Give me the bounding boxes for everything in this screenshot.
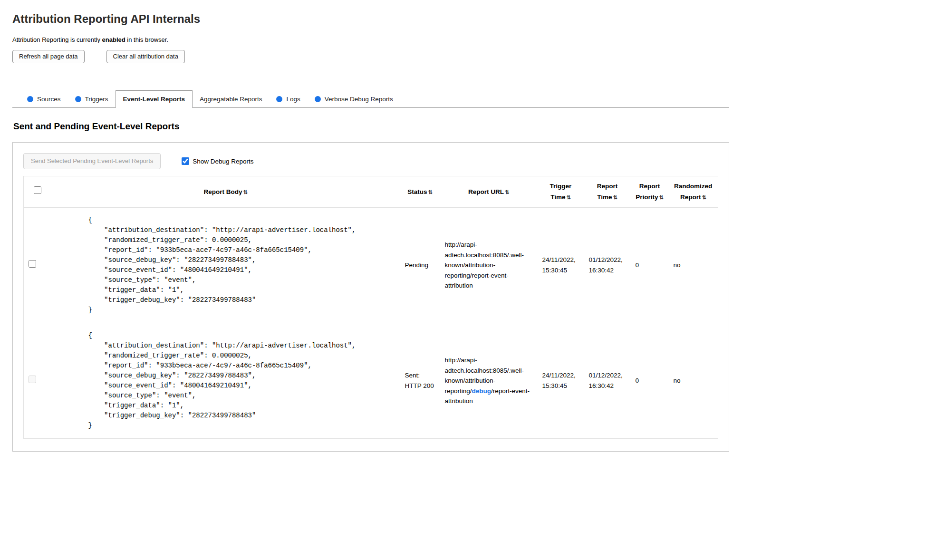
report-body-json: { "attribution_destination": "http://ara… [56, 215, 395, 315]
report-url-cell: http://arapi-adtech.localhost:8085/.well… [440, 323, 538, 438]
reports-panel: Send Selected Pending Event-Level Report… [12, 142, 729, 452]
status-enabled-text: enabled [102, 36, 125, 43]
refresh-all-button[interactable]: Refresh all page data [12, 50, 85, 63]
sort-icon: ⇅ [505, 189, 509, 195]
sort-icon: ⇅ [243, 189, 247, 195]
report-time-header[interactable]: Report Time⇅ [584, 176, 631, 208]
trigger-time-cell: 24/11/2022, 15:30:45 [538, 207, 584, 323]
blue-dot-icon [315, 96, 321, 102]
tab-logs[interactable]: Logs [269, 90, 307, 107]
tab-bar: Sources Triggers Event-Level Reports Agg… [12, 90, 729, 108]
tab-label: Logs [286, 96, 300, 103]
tab-label: Sources [37, 96, 61, 103]
report-body-cell: { "attribution_destination": "http://ara… [51, 323, 400, 438]
report-url-cell: http://arapi-adtech.localhost:8085/.well… [440, 207, 538, 323]
report-body-cell: { "attribution_destination": "http://ara… [51, 207, 400, 323]
row-select-cell [24, 207, 51, 323]
row-select-checkbox-disabled[interactable] [29, 376, 36, 383]
status-cell: Sent: HTTP 200 [400, 323, 440, 438]
page-root: Attribution Reporting API Internals Attr… [0, 0, 742, 471]
report-priority-cell: 0 [631, 207, 669, 323]
trigger-time-cell: 24/11/2022, 15:30:45 [538, 323, 584, 438]
status-cell: Pending [400, 207, 440, 323]
report-priority-cell: 0 [631, 323, 669, 438]
tab-label: Triggers [85, 96, 108, 103]
report-url-header[interactable]: Report URL⇅ [440, 176, 538, 208]
randomized-report-header[interactable]: Randomized Report⇅ [669, 176, 718, 208]
show-debug-reports-label: Show Debug Reports [193, 158, 253, 165]
status-header[interactable]: Status⇅ [400, 176, 440, 208]
report-url-text: http://arapi-adtech.localhost:8085/.well… [445, 241, 524, 289]
report-priority-header[interactable]: Report Priority⇅ [631, 176, 669, 208]
status-text-suffix: in this browser. [125, 36, 168, 43]
blue-dot-icon [27, 96, 33, 102]
report-time-cell: 01/12/2022, 16:30:42 [584, 207, 631, 323]
show-debug-reports-toggle[interactable]: Show Debug Reports [182, 157, 253, 165]
clear-all-button[interactable]: Clear all attribution data [106, 50, 185, 63]
tab-triggers[interactable]: Triggers [68, 90, 116, 107]
status-line: Attribution Reporting is currently enabl… [12, 36, 729, 43]
tab-aggregatable-reports[interactable]: Aggregatable Reports [193, 90, 269, 107]
section-heading: Sent and Pending Event-Level Reports [13, 121, 729, 132]
panel-toolbar: Send Selected Pending Event-Level Report… [23, 153, 718, 169]
randomized-report-cell: no [669, 323, 718, 438]
select-all-header [24, 176, 51, 208]
blue-dot-icon [75, 96, 81, 102]
event-level-reports-table: Report Body⇅ Status⇅ Report URL⇅ Trigger… [23, 176, 718, 439]
blue-dot-icon [276, 96, 282, 102]
sort-icon: ⇅ [659, 194, 664, 200]
sort-icon: ⇅ [567, 194, 571, 200]
tab-label: Verbose Debug Reports [325, 96, 393, 103]
tab-label: Event-Level Reports [123, 96, 185, 103]
row-select-checkbox[interactable] [29, 260, 36, 268]
report-time-cell: 01/12/2022, 16:30:42 [584, 323, 631, 438]
show-debug-reports-checkbox[interactable] [182, 157, 189, 165]
report-body-header[interactable]: Report Body⇅ [51, 176, 400, 208]
tab-verbose-debug-reports[interactable]: Verbose Debug Reports [308, 90, 400, 107]
table-row: { "attribution_destination": "http://ara… [24, 207, 718, 323]
send-selected-reports-button[interactable]: Send Selected Pending Event-Level Report… [23, 153, 161, 169]
divider [12, 72, 729, 72]
select-all-checkbox[interactable] [34, 186, 41, 194]
url-debug-segment: debug [472, 387, 492, 395]
tab-sources[interactable]: Sources [20, 90, 68, 107]
tab-label: Aggregatable Reports [200, 96, 262, 103]
status-text-prefix: Attribution Reporting is currently [12, 36, 102, 43]
report-body-json: { "attribution_destination": "http://ara… [56, 331, 395, 431]
top-toolbar: Refresh all page data Clear all attribut… [12, 50, 729, 63]
row-select-cell [24, 323, 51, 438]
page-title: Attribution Reporting API Internals [12, 12, 729, 26]
trigger-time-header[interactable]: Trigger Time⇅ [538, 176, 584, 208]
table-row: { "attribution_destination": "http://ara… [24, 323, 718, 438]
sort-icon: ⇅ [702, 194, 706, 200]
sort-icon: ⇅ [613, 194, 617, 200]
randomized-report-cell: no [669, 207, 718, 323]
sort-icon: ⇅ [428, 189, 433, 195]
table-header-row: Report Body⇅ Status⇅ Report URL⇅ Trigger… [24, 176, 718, 208]
tab-event-level-reports[interactable]: Event-Level Reports [116, 90, 193, 108]
